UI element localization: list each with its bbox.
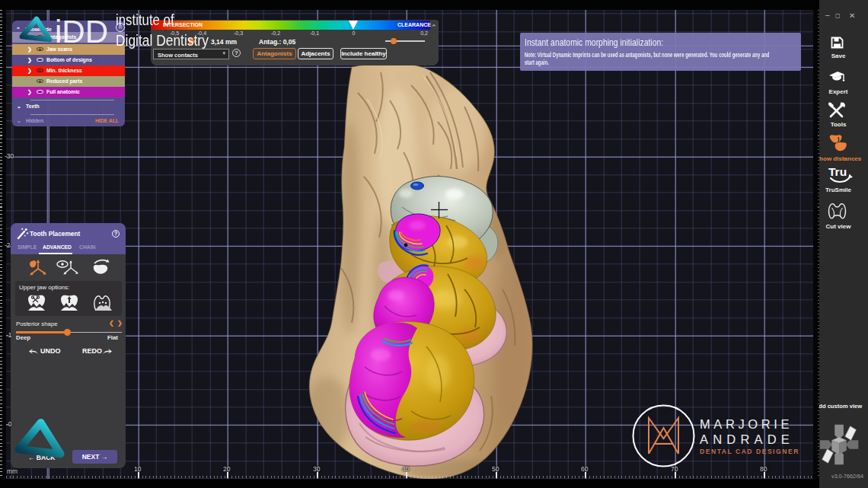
svg-text:Tru: Tru bbox=[828, 165, 847, 178]
